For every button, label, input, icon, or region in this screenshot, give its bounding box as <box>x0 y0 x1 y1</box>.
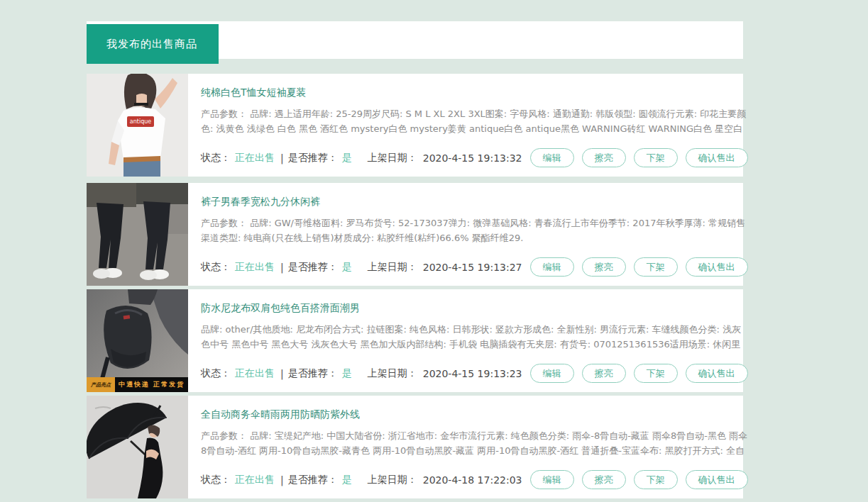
status-value: 正在出售 <box>235 367 275 380</box>
recommend-value: 是 <box>342 261 352 274</box>
product-meta-row: 状态： 正在出售 | 是否推荐： 是 上架日期： 2020-4-15 19:13… <box>201 257 748 277</box>
edit-button[interactable]: 编辑 <box>530 470 574 489</box>
confirm-sold-button[interactable]: 确认售出 <box>686 364 748 383</box>
date-label: 上架日期： <box>368 261 417 274</box>
meta-separator: | <box>280 262 284 273</box>
product-meta-row: 状态： 正在出售 | 是否推荐： 是 上架日期： 2020-4-15 19:13… <box>201 148 748 167</box>
tshirt-logo-text: antique <box>130 118 151 125</box>
listed-date: 2020-4-15 19:13:27 <box>423 262 522 273</box>
listed-date: 2020-4-15 19:13:32 <box>423 152 522 164</box>
status-value: 正在出售 <box>235 474 275 486</box>
page-title: 我发布的出售商品 <box>106 38 197 51</box>
product-title-link[interactable]: 裤子男春季宽松九分休闲裤 <box>201 195 320 208</box>
product-card: antique 纯棉白色T恤女短袖夏装 产品参数： 品牌: 遇上适用年龄: 25… <box>87 74 743 177</box>
recommend-value: 是 <box>342 367 352 380</box>
edit-button[interactable]: 编辑 <box>530 257 574 277</box>
recommend-value: 是 <box>342 152 352 164</box>
product-params: 产品参数： 品牌: GW/哥维格面料: 罗马布货号: 52-173037弹力: … <box>201 216 748 245</box>
meta-separator: | <box>280 474 284 486</box>
product-content: 纯棉白色T恤女短袖夏装 产品参数： 品牌: 遇上适用年龄: 25-29周岁尺码:… <box>188 74 767 177</box>
status-label: 状态： <box>201 367 231 380</box>
image-badge-highlight: 产品亮点 <box>87 377 115 392</box>
recommend-label: 是否推荐： <box>288 474 338 486</box>
action-buttons: 编辑 擦亮 下架 确认售出 <box>522 470 748 489</box>
product-params: 产品参数： 品牌: 遇上适用年龄: 25-29周岁尺码: S M L XL 2X… <box>201 106 748 136</box>
product-image-pants[interactable] <box>87 183 188 286</box>
product-card: 裤子男春季宽松九分休闲裤 产品参数： 品牌: GW/哥维格面料: 罗马布货号: … <box>87 183 743 286</box>
action-buttons: 编辑 擦亮 下架 确认售出 <box>522 364 748 383</box>
meta-separator: | <box>280 368 284 379</box>
image-badge-row: 产品亮点 中通快递 正常发货 <box>87 377 188 392</box>
recommend-label: 是否推荐： <box>288 152 338 164</box>
product-title-link[interactable]: 防水尼龙布双肩包纯色百搭滑面潮男 <box>201 301 360 314</box>
polish-button[interactable]: 擦亮 <box>582 470 626 489</box>
product-content: 防水尼龙布双肩包纯色百搭滑面潮男 品牌: other/其他质地: 尼龙布闭合方式… <box>188 289 767 392</box>
product-image-tshirt[interactable]: antique <box>87 74 188 177</box>
status-label: 状态： <box>201 261 231 274</box>
tshirt-logo-badge: antique <box>127 116 154 127</box>
recommend-label: 是否推荐： <box>288 261 338 274</box>
product-content: 裤子男春季宽松九分休闲裤 产品参数： 品牌: GW/哥维格面料: 罗马布货号: … <box>188 183 767 286</box>
product-card: 全自动商务伞晴雨两用防晒防紫外线 产品参数： 品牌: 宝缇妃产地: 中国大陆省份… <box>87 396 743 498</box>
polish-button[interactable]: 擦亮 <box>582 257 626 277</box>
product-title-link[interactable]: 全自动商务伞晴雨两用防晒防紫外线 <box>201 408 360 420</box>
polish-button[interactable]: 擦亮 <box>582 148 626 167</box>
status-label: 状态： <box>201 152 231 164</box>
image-badge-shipping: 中通快递 正常发货 <box>115 377 188 392</box>
takedown-button[interactable]: 下架 <box>634 148 678 167</box>
confirm-sold-button[interactable]: 确认售出 <box>686 257 748 277</box>
confirm-sold-button[interactable]: 确认售出 <box>686 470 748 489</box>
listed-date: 2020-4-15 19:13:23 <box>423 368 522 379</box>
takedown-button[interactable]: 下架 <box>634 364 678 383</box>
umbrella-photo-art <box>87 396 188 498</box>
meta-separator: | <box>280 152 284 164</box>
product-meta-row: 状态： 正在出售 | 是否推荐： 是 上架日期： 2020-4-18 17:22… <box>201 470 748 489</box>
status-value: 正在出售 <box>235 261 275 274</box>
product-content: 全自动商务伞晴雨两用防晒防紫外线 产品参数： 品牌: 宝缇妃产地: 中国大陆省份… <box>188 396 767 498</box>
product-card: 产品亮点 中通快递 正常发货 防水尼龙布双肩包纯色百搭滑面潮男 品牌: othe… <box>87 289 743 392</box>
date-label: 上架日期： <box>368 367 417 380</box>
product-title-link[interactable]: 纯棉白色T恤女短袖夏装 <box>201 86 307 99</box>
tab-my-published-products[interactable]: 我发布的出售商品 <box>87 24 219 64</box>
action-buttons: 编辑 擦亮 下架 确认售出 <box>522 148 748 167</box>
polish-button[interactable]: 擦亮 <box>582 364 626 383</box>
status-label: 状态： <box>201 474 231 486</box>
listed-date: 2020-4-18 17:22:03 <box>423 474 522 486</box>
edit-button[interactable]: 编辑 <box>530 364 574 383</box>
recommend-label: 是否推荐： <box>288 367 338 380</box>
product-params: 品牌: other/其他质地: 尼龙布闭合方式: 拉链图案: 纯色风格: 日韩形… <box>201 322 748 352</box>
action-buttons: 编辑 擦亮 下架 确认售出 <box>522 257 748 277</box>
confirm-sold-button[interactable]: 确认售出 <box>686 148 748 167</box>
product-meta-row: 状态： 正在出售 | 是否推荐： 是 上架日期： 2020-4-15 19:13… <box>201 364 748 383</box>
product-params: 产品参数： 品牌: 宝缇妃产地: 中国大陆省份: 浙江省地市: 金华市流行元素:… <box>201 428 748 458</box>
status-value: 正在出售 <box>235 152 275 164</box>
edit-button[interactable]: 编辑 <box>530 148 574 167</box>
date-label: 上架日期： <box>368 474 417 486</box>
product-image-backpack[interactable]: 产品亮点 中通快递 正常发货 <box>87 289 188 392</box>
pants-photo-art <box>87 183 188 286</box>
recommend-value: 是 <box>342 474 352 486</box>
takedown-button[interactable]: 下架 <box>634 257 678 277</box>
product-image-umbrella[interactable] <box>87 396 188 498</box>
date-label: 上架日期： <box>368 152 417 164</box>
takedown-button[interactable]: 下架 <box>634 470 678 489</box>
